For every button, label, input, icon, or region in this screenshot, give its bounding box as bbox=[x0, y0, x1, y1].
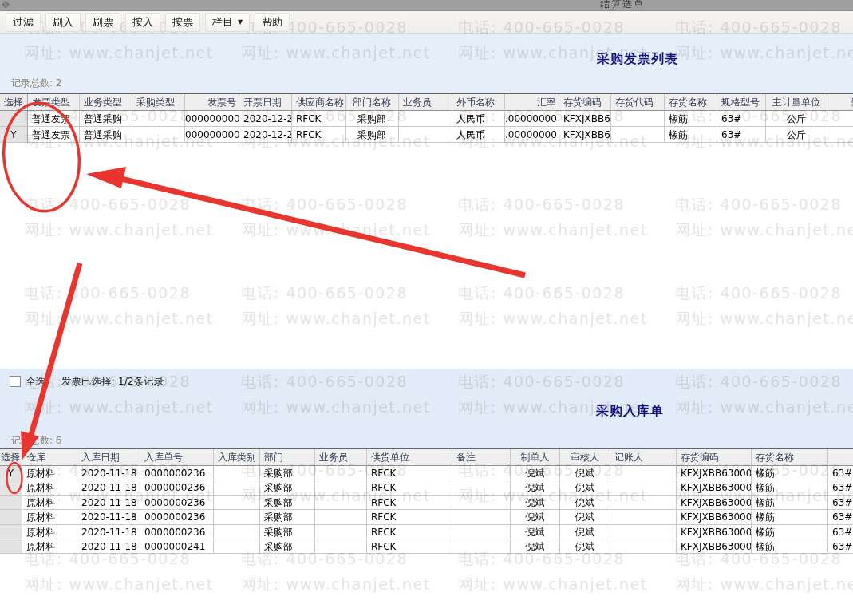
column-header[interactable]: 选择 bbox=[0, 449, 22, 466]
column-header[interactable]: 选择 bbox=[0, 94, 28, 111]
table-cell: 63# bbox=[828, 466, 853, 480]
column-header[interactable] bbox=[828, 449, 853, 466]
select-cell[interactable] bbox=[0, 539, 22, 554]
column-header[interactable]: 开票日期 bbox=[239, 94, 292, 111]
column-header[interactable]: 业务员 bbox=[315, 449, 367, 466]
select-cell[interactable] bbox=[0, 525, 22, 539]
toolbar-button-filter[interactable]: 过滤 bbox=[6, 13, 41, 32]
watermark-text: 网址: www.chanjet.net bbox=[675, 575, 853, 595]
toolbar-button-refresh-invoices[interactable]: 刷票 bbox=[85, 13, 120, 32]
watermark-text: 网址: www.chanjet.net bbox=[241, 309, 431, 330]
column-header[interactable]: 主计量单位 bbox=[766, 94, 827, 111]
table-row[interactable]: 原材料2020-11-180000000236采购部RFCK倪斌倪斌KFXJXB… bbox=[0, 525, 853, 539]
column-header[interactable]: 规格型号 bbox=[717, 94, 766, 111]
toolbar-button-label: 过滤 bbox=[13, 15, 34, 30]
toolbar-button-columns[interactable]: 栏目▼ bbox=[205, 13, 250, 32]
toolbar-button-pick-receipts[interactable]: 按入 bbox=[125, 13, 160, 32]
table-cell: 公斤 bbox=[766, 111, 827, 127]
column-header[interactable]: 记账人 bbox=[610, 449, 677, 466]
column-header[interactable]: 数量 bbox=[827, 94, 853, 111]
table-cell: .00000000 bbox=[505, 111, 559, 127]
toolbar-button-refresh-receipts[interactable]: 刷入 bbox=[45, 13, 81, 32]
column-header[interactable]: 备注 bbox=[452, 449, 511, 466]
column-header[interactable]: 仓库 bbox=[22, 449, 77, 466]
table-cell: KFXJXBB63000 bbox=[677, 480, 752, 495]
column-header[interactable]: 供应商名称 bbox=[292, 94, 346, 111]
column-header[interactable]: 汇率 bbox=[505, 94, 559, 111]
table-row[interactable]: 原材料2020-11-180000000236采购部RFCK倪斌倪斌KFXJXB… bbox=[0, 510, 853, 524]
table-row[interactable]: 原材料2020-11-180000000236采购部RFCK倪斌倪斌KFXJXB… bbox=[0, 496, 853, 510]
table-cell bbox=[315, 539, 367, 554]
select-cell[interactable]: Y bbox=[0, 127, 28, 143]
column-header[interactable]: 业务类型 bbox=[80, 94, 132, 111]
table-cell: 倪斌 bbox=[511, 496, 560, 510]
watermark-text: 电话: 400-665-0028 bbox=[458, 283, 625, 304]
invoice-table: 选择发票类型业务类型采购类型发票号开票日期供应商名称部门名称业务员外币名称汇率存… bbox=[0, 93, 853, 143]
column-header[interactable]: 存货名称 bbox=[752, 449, 828, 466]
table-cell: 采购部 bbox=[346, 111, 399, 127]
table-cell: 原材料 bbox=[22, 466, 77, 480]
table-cell bbox=[452, 525, 511, 539]
column-header[interactable]: 采购类型 bbox=[132, 94, 185, 111]
select-cell[interactable] bbox=[0, 510, 22, 524]
table-cell: 橡筋 bbox=[752, 525, 828, 539]
table-cell bbox=[315, 496, 367, 510]
window-titlebar[interactable]: ✥ 结算选单 bbox=[0, 0, 853, 11]
table-row[interactable]: Y普通发票普通采购0000000002020-12-2RFCK采购部人民币.00… bbox=[0, 127, 853, 143]
table-row[interactable]: Y原材料2020-11-180000000236采购部RFCK倪斌倪斌KFXJX… bbox=[0, 466, 853, 480]
toolbar-button-label: 栏目 bbox=[212, 15, 233, 30]
toolbar-button-help[interactable]: 帮助 bbox=[255, 13, 290, 32]
watermark-text: 电话: 400-665-0028 bbox=[241, 283, 408, 304]
table-cell: RFCK bbox=[367, 480, 452, 495]
select-all-checkbox[interactable] bbox=[10, 376, 21, 387]
table-row[interactable]: 原材料2020-11-180000000241采购部RFCK倪斌倪斌KFXJXB… bbox=[0, 539, 853, 554]
table-cell: 倪斌 bbox=[511, 525, 560, 539]
column-header[interactable]: 外币名称 bbox=[452, 94, 505, 111]
toolbar-button-pick-invoices[interactable]: 按票 bbox=[165, 13, 200, 32]
column-header[interactable]: 入库单号 bbox=[140, 449, 214, 466]
column-header[interactable]: 存货代码 bbox=[611, 94, 665, 111]
red-arrow-line-1 bbox=[121, 179, 525, 275]
column-header[interactable]: 入库类别 bbox=[214, 449, 260, 466]
column-header[interactable]: 供货单位 bbox=[367, 449, 452, 466]
red-arrow-head-1 bbox=[86, 167, 126, 188]
table-cell: 倪斌 bbox=[560, 480, 610, 495]
table-cell: KFXJXBB63 bbox=[559, 127, 611, 143]
table-cell: 倪斌 bbox=[511, 539, 560, 554]
column-header[interactable]: 存货名称 bbox=[665, 94, 717, 111]
select-cell[interactable]: Y bbox=[0, 466, 22, 480]
column-header[interactable]: 存货编码 bbox=[677, 449, 752, 466]
column-header[interactable]: 存货编码 bbox=[559, 94, 611, 111]
table-cell: 倪斌 bbox=[560, 525, 610, 539]
select-cell[interactable] bbox=[0, 111, 28, 127]
table-row[interactable]: 原材料2020-11-180000000236采购部RFCK倪斌倪斌KFXJXB… bbox=[0, 480, 853, 495]
table-cell: KFXJXBB63000 bbox=[677, 496, 752, 510]
table-cell: 2020-12-2 bbox=[239, 111, 292, 127]
table-cell: 2020-11-18 bbox=[77, 466, 140, 480]
table-cell: 橡筋 bbox=[752, 480, 828, 495]
table-cell bbox=[315, 510, 367, 524]
column-header[interactable]: 发票号 bbox=[185, 94, 239, 111]
table-cell: 倪斌 bbox=[560, 539, 610, 554]
column-header[interactable]: 审核人 bbox=[560, 449, 610, 466]
column-header[interactable]: 发票类型 bbox=[28, 94, 80, 111]
column-header[interactable]: 制单人 bbox=[511, 449, 560, 466]
table-cell: 普通发票 bbox=[28, 127, 80, 143]
column-header[interactable]: 入库日期 bbox=[77, 449, 140, 466]
table-cell: RFCK bbox=[292, 111, 346, 127]
table-cell: RFCK bbox=[367, 510, 452, 524]
table-cell bbox=[315, 525, 367, 539]
select-cell[interactable] bbox=[0, 480, 22, 495]
table-cell: 原材料 bbox=[22, 539, 77, 554]
table-cell bbox=[452, 539, 511, 554]
table-cell: 原材料 bbox=[22, 496, 77, 510]
table-cell: 000000000 bbox=[185, 111, 239, 127]
column-header[interactable]: 业务员 bbox=[399, 94, 452, 111]
window-title: 结算选单 bbox=[600, 0, 645, 10]
table-cell: 采购部 bbox=[346, 127, 399, 143]
column-header[interactable]: 部门名称 bbox=[346, 94, 399, 111]
table-cell: 采购部 bbox=[260, 510, 315, 524]
select-cell[interactable] bbox=[0, 496, 22, 510]
table-row[interactable]: 普通发票普通采购0000000002020-12-2RFCK采购部人民币.000… bbox=[0, 111, 853, 127]
column-header[interactable]: 部门 bbox=[260, 449, 315, 466]
